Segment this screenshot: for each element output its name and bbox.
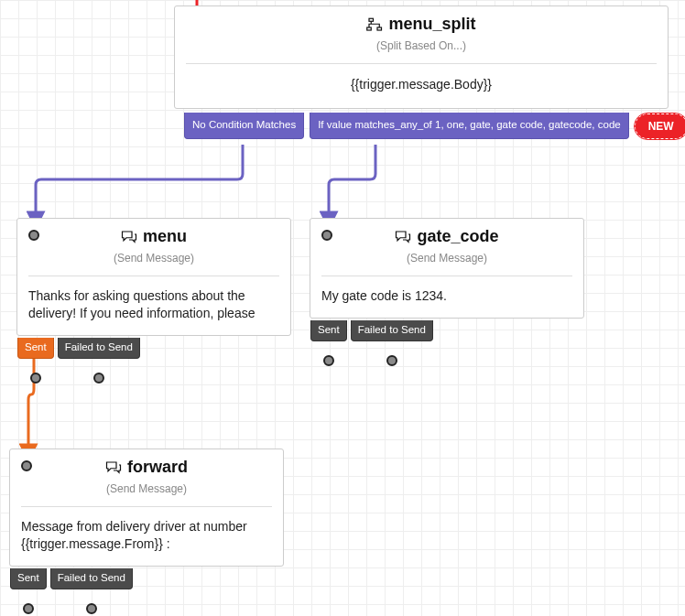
widget-body: Message from delivery driver at number {… (10, 513, 283, 566)
divider (21, 506, 272, 507)
output-sent[interactable]: Sent (17, 338, 54, 359)
widget-subtitle: (Send Message) (21, 482, 272, 495)
widget-forward[interactable]: forward (Send Message) Message from deli… (9, 448, 284, 567)
output-sent[interactable]: Sent (10, 568, 47, 589)
widget-title: menu_split (366, 16, 475, 34)
output-failed[interactable]: Failed to Send (50, 568, 133, 589)
svg-rect-0 (369, 18, 374, 21)
split-icon (366, 17, 383, 32)
output-failed-label: Failed to Send (58, 572, 125, 583)
widget-title: menu (121, 228, 187, 246)
widget-header: menu_split (Split Based On...) (175, 6, 668, 58)
widget-body: My gate code is 1234. (310, 282, 583, 318)
widget-header: gate_code (Send Message) (310, 219, 583, 270)
chat-icon (395, 230, 411, 244)
widget-subtitle: (Send Message) (321, 252, 572, 265)
output-failed-label: Failed to Send (65, 341, 133, 352)
widget-header: menu (Send Message) (17, 219, 290, 270)
output-failed[interactable]: Failed to Send (58, 338, 140, 359)
widget-body: Thanks for asking questions about the de… (17, 282, 290, 335)
input-port[interactable] (28, 230, 39, 241)
output-port[interactable] (30, 373, 41, 384)
svg-rect-2 (377, 27, 382, 30)
widget-subtitle: (Send Message) (28, 252, 279, 265)
condition-match[interactable]: If value matches_any_of 1, one, gate, ga… (310, 113, 629, 139)
output-sent-label: Sent (318, 324, 340, 335)
output-port[interactable] (86, 603, 97, 614)
output-sent-label: Sent (25, 341, 47, 352)
output-failed[interactable]: Failed to Send (351, 320, 433, 341)
chat-icon (105, 460, 122, 475)
input-port[interactable] (21, 460, 32, 471)
split-expression: {{trigger.message.Body}} (175, 70, 668, 108)
widget-title-text: menu (143, 228, 187, 246)
output-port[interactable] (23, 603, 34, 614)
widget-title-text: forward (127, 459, 188, 477)
widget-menu[interactable]: menu (Send Message) Thanks for asking qu… (16, 218, 291, 336)
svg-rect-1 (367, 27, 372, 30)
divider (186, 63, 657, 64)
widget-menu-split[interactable]: menu_split (Split Based On...) {{trigger… (174, 5, 669, 109)
widget-title: gate_code (395, 228, 498, 246)
output-port[interactable] (386, 355, 397, 366)
chat-icon (121, 230, 137, 244)
output-failed-label: Failed to Send (358, 324, 426, 335)
widget-title: forward (105, 459, 188, 477)
divider (321, 276, 572, 276)
widget-gate-code[interactable]: gate_code (Send Message) My gate code is… (310, 218, 584, 319)
output-port[interactable] (323, 355, 334, 366)
output-port[interactable] (93, 373, 104, 384)
output-sent-label: Sent (17, 572, 39, 583)
input-port[interactable] (321, 230, 332, 241)
divider (28, 276, 279, 276)
output-sent[interactable]: Sent (310, 320, 347, 341)
widget-subtitle: (Split Based On...) (186, 39, 657, 52)
widget-title-text: gate_code (417, 228, 498, 246)
new-condition-button[interactable]: NEW (635, 113, 685, 139)
widget-title-text: menu_split (388, 16, 475, 34)
widget-header: forward (Send Message) (10, 449, 283, 501)
condition-no-match[interactable]: No Condition Matches (184, 113, 304, 139)
